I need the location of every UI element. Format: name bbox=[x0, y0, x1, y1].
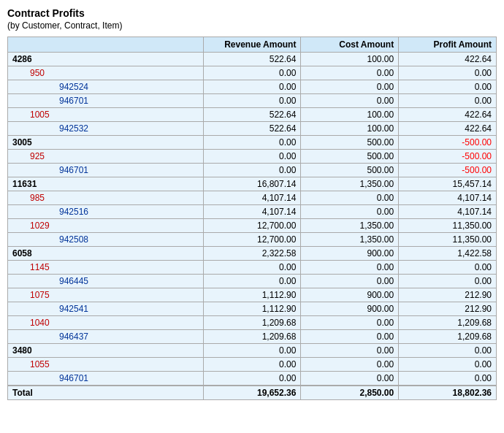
row-cost: 1,350.00 bbox=[301, 233, 399, 247]
row-profit: 11,350.00 bbox=[399, 233, 497, 247]
row-revenue: 0.00 bbox=[203, 136, 301, 150]
row-profit: 212.90 bbox=[399, 288, 497, 302]
row-profit: 0.00 bbox=[399, 358, 497, 372]
total-row: Total 19,652.36 2,850.00 18,802.36 bbox=[8, 386, 497, 400]
table-row: 9464371,209.680.001,209.68 bbox=[8, 330, 497, 344]
row-profit: 11,350.00 bbox=[399, 219, 497, 233]
row-cost: 0.00 bbox=[301, 191, 399, 205]
row-cost: 0.00 bbox=[301, 316, 399, 330]
total-cost: 2,850.00 bbox=[301, 386, 399, 400]
row-profit: 422.64 bbox=[399, 108, 497, 122]
table-row: 94250812,700.001,350.0011,350.00 bbox=[8, 233, 497, 247]
row-label: 946701 bbox=[8, 164, 204, 177]
row-cost: 900.00 bbox=[301, 288, 399, 302]
col-header-revenue: Revenue Amount bbox=[203, 37, 301, 53]
row-profit: 15,457.14 bbox=[399, 177, 497, 191]
row-profit: 0.00 bbox=[399, 66, 497, 80]
table-row: 10751,112.90900.00212.90 bbox=[8, 288, 497, 302]
row-label: 1005 bbox=[8, 108, 204, 122]
row-label: 1040 bbox=[8, 316, 204, 330]
row-profit: 0.00 bbox=[399, 80, 497, 94]
row-label: 942516 bbox=[8, 205, 204, 219]
row-revenue: 0.00 bbox=[203, 344, 301, 358]
row-profit: 0.00 bbox=[399, 372, 497, 386]
row-revenue: 12,700.00 bbox=[203, 219, 301, 233]
row-cost: 500.00 bbox=[301, 150, 399, 164]
table-row: 60582,322.58900.001,422.58 bbox=[8, 247, 497, 261]
row-revenue: 522.64 bbox=[203, 122, 301, 136]
row-label: 4286 bbox=[8, 53, 204, 66]
table-row: 9467010.00500.00-500.00 bbox=[8, 164, 497, 177]
table-row: 10550.000.000.00 bbox=[8, 358, 497, 372]
row-label: 1055 bbox=[8, 358, 204, 372]
row-label: 11631 bbox=[8, 177, 204, 191]
row-cost: 0.00 bbox=[301, 275, 399, 288]
row-profit: 422.64 bbox=[399, 122, 497, 136]
row-revenue: 0.00 bbox=[203, 275, 301, 288]
row-label: 6058 bbox=[8, 247, 204, 261]
row-profit: -500.00 bbox=[399, 150, 497, 164]
row-profit: 1,422.58 bbox=[399, 247, 497, 261]
row-profit: 4,107.14 bbox=[399, 191, 497, 205]
row-cost: 0.00 bbox=[301, 358, 399, 372]
row-label: 942508 bbox=[8, 233, 204, 247]
row-profit: 0.00 bbox=[399, 344, 497, 358]
table-row: 10401,209.680.001,209.68 bbox=[8, 316, 497, 330]
row-profit: 212.90 bbox=[399, 302, 497, 316]
table-row: 30050.00500.00-500.00 bbox=[8, 136, 497, 150]
table-row: 102912,700.001,350.0011,350.00 bbox=[8, 219, 497, 233]
row-revenue: 0.00 bbox=[203, 261, 301, 275]
col-header-profit: Profit Amount bbox=[399, 37, 497, 53]
row-revenue: 4,107.14 bbox=[203, 191, 301, 205]
total-revenue: 19,652.36 bbox=[203, 386, 301, 400]
row-revenue: 522.64 bbox=[203, 108, 301, 122]
table-row: 11450.000.000.00 bbox=[8, 261, 497, 275]
row-revenue: 0.00 bbox=[203, 164, 301, 177]
row-profit: 0.00 bbox=[399, 261, 497, 275]
col-header-label bbox=[8, 37, 204, 53]
row-profit: 1,209.68 bbox=[399, 316, 497, 330]
row-cost: 900.00 bbox=[301, 247, 399, 261]
table-row: 1005522.64100.00422.64 bbox=[8, 108, 497, 122]
row-cost: 0.00 bbox=[301, 80, 399, 94]
row-revenue: 0.00 bbox=[203, 94, 301, 108]
col-header-cost: Cost Amount bbox=[301, 37, 399, 53]
table-row: 942532522.64100.00422.64 bbox=[8, 122, 497, 136]
row-revenue: 0.00 bbox=[203, 358, 301, 372]
row-profit: 0.00 bbox=[399, 94, 497, 108]
table-row: 9854,107.140.004,107.14 bbox=[8, 191, 497, 205]
total-profit: 18,802.36 bbox=[399, 386, 497, 400]
row-revenue: 0.00 bbox=[203, 150, 301, 164]
row-label: 1029 bbox=[8, 219, 204, 233]
row-label: 942524 bbox=[8, 80, 204, 94]
table-row: 9500.000.000.00 bbox=[8, 66, 497, 80]
row-cost: 0.00 bbox=[301, 372, 399, 386]
table-row: 1163116,807.141,350.0015,457.14 bbox=[8, 177, 497, 191]
table-row: 9425411,112.90900.00212.90 bbox=[8, 302, 497, 316]
row-cost: 0.00 bbox=[301, 66, 399, 80]
row-revenue: 1,209.68 bbox=[203, 316, 301, 330]
table-row: 9467010.000.000.00 bbox=[8, 94, 497, 108]
row-label: 925 bbox=[8, 150, 204, 164]
row-label: 950 bbox=[8, 66, 204, 80]
row-cost: 0.00 bbox=[301, 261, 399, 275]
row-label: 942541 bbox=[8, 302, 204, 316]
row-cost: 1,350.00 bbox=[301, 219, 399, 233]
row-cost: 100.00 bbox=[301, 108, 399, 122]
row-revenue: 1,112.90 bbox=[203, 302, 301, 316]
row-revenue: 1,112.90 bbox=[203, 288, 301, 302]
row-cost: 0.00 bbox=[301, 205, 399, 219]
table-row: 9425164,107.140.004,107.14 bbox=[8, 205, 497, 219]
row-revenue: 4,107.14 bbox=[203, 205, 301, 219]
report-title: Contract Profits bbox=[7, 7, 497, 19]
row-profit: -500.00 bbox=[399, 164, 497, 177]
report-table: Revenue Amount Cost Amount Profit Amount… bbox=[7, 37, 497, 400]
row-revenue: 0.00 bbox=[203, 66, 301, 80]
row-profit: -500.00 bbox=[399, 136, 497, 150]
row-label: 985 bbox=[8, 191, 204, 205]
row-revenue: 2,322.58 bbox=[203, 247, 301, 261]
row-cost: 500.00 bbox=[301, 136, 399, 150]
row-cost: 0.00 bbox=[301, 344, 399, 358]
row-label: 946445 bbox=[8, 275, 204, 288]
row-label: 942532 bbox=[8, 122, 204, 136]
